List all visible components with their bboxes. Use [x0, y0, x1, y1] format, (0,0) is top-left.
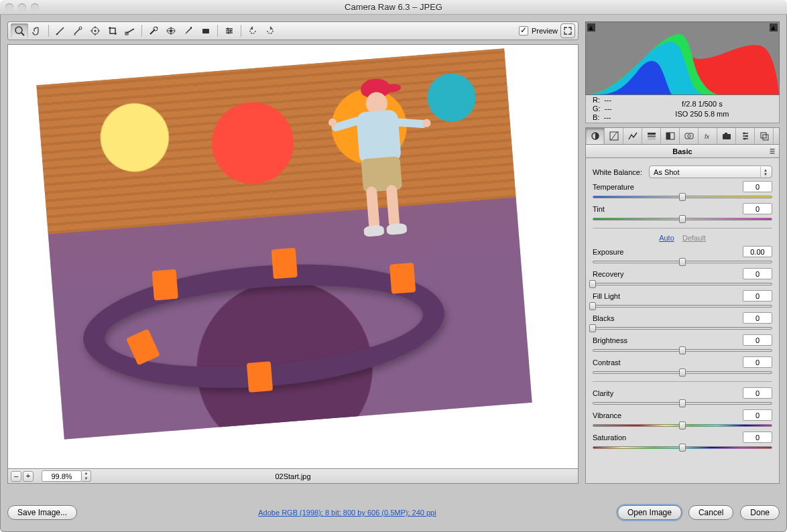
- filllight-slider-row: Fill Light: [593, 290, 772, 310]
- svg-rect-39: [761, 133, 766, 138]
- svg-point-36: [743, 133, 745, 135]
- zoom-value[interactable]: 99.8%: [42, 470, 82, 482]
- contrast-label: Contrast: [593, 358, 621, 367]
- svg-rect-13: [190, 27, 192, 29]
- blacks-label: Blacks: [593, 314, 614, 322]
- panel-menu-icon[interactable]: ☰: [770, 148, 775, 155]
- default-link[interactable]: Default: [682, 234, 706, 242]
- temperature-slider-row: Temperature: [593, 181, 772, 200]
- red-eye-tool-icon[interactable]: [162, 23, 180, 38]
- clarity-slider-row: Clarity: [593, 387, 772, 407]
- contrast-slider[interactable]: [593, 369, 772, 376]
- tab-tone-curve[interactable]: [605, 128, 623, 144]
- svg-line-1: [21, 33, 24, 36]
- saturation-value-input[interactable]: [743, 431, 772, 443]
- preferences-icon[interactable]: [221, 23, 238, 38]
- svg-text:fx: fx: [705, 133, 710, 140]
- brightness-slider-row: Brightness: [593, 334, 772, 354]
- graduated-filter-tool-icon[interactable]: [197, 23, 215, 38]
- filllight-slider[interactable]: [593, 303, 772, 310]
- clarity-slider[interactable]: [593, 400, 772, 407]
- auto-link[interactable]: Auto: [659, 234, 674, 242]
- vibrance-value-input[interactable]: [743, 409, 772, 421]
- adjustment-brush-tool-icon[interactable]: [180, 23, 197, 38]
- targeted-adjustment-tool-icon[interactable]: [86, 23, 104, 38]
- svg-rect-32: [725, 133, 727, 135]
- vibrance-slider[interactable]: [593, 422, 772, 429]
- tint-slider[interactable]: [593, 216, 772, 222]
- saturation-slider[interactable]: [593, 444, 772, 451]
- tool-bar: Preview: [7, 21, 579, 40]
- tint-value-input[interactable]: [743, 203, 772, 214]
- temperature-slider[interactable]: [593, 194, 772, 200]
- exposure-slider-row: Exposure: [593, 246, 772, 265]
- hand-tool-icon[interactable]: [28, 23, 46, 38]
- filename-label: 02Start.jpg: [275, 472, 310, 480]
- zoom-in-button[interactable]: +: [23, 471, 34, 482]
- svg-rect-24: [648, 135, 656, 137]
- spot-removal-tool-icon[interactable]: [145, 23, 162, 38]
- filllight-label: Fill Light: [593, 292, 620, 300]
- window-title: Camera Raw 6.3 – JPEG: [0, 2, 787, 12]
- tab-lens-corrections[interactable]: [680, 128, 699, 144]
- saturation-slider-row: Saturation: [593, 431, 772, 451]
- exposure-slider[interactable]: [593, 259, 772, 265]
- exif-line2: ISO 250 5.8 mm: [632, 109, 772, 119]
- zoom-tool-icon[interactable]: [11, 23, 28, 38]
- temperature-value-input[interactable]: [743, 181, 772, 192]
- histogram[interactable]: ▲ ▲: [585, 21, 780, 95]
- exif-readout: R: --- G: --- B: --- f/2.8 1/500 s ISO 2…: [585, 95, 780, 123]
- panel-title: Basic: [672, 147, 692, 155]
- tab-presets[interactable]: [736, 128, 755, 144]
- exposure-label: Exposure: [593, 248, 623, 256]
- tab-camera-calibration[interactable]: [717, 128, 736, 144]
- tab-hsl[interactable]: [642, 128, 661, 144]
- image-canvas[interactable]: [7, 44, 579, 469]
- blacks-slider-row: Blacks: [593, 312, 772, 332]
- clarity-label: Clarity: [593, 389, 613, 397]
- tab-basic[interactable]: [586, 128, 605, 144]
- saturation-label: Saturation: [593, 434, 626, 442]
- clarity-value-input[interactable]: [743, 387, 772, 399]
- zoom-stepper[interactable]: ▲▼: [82, 470, 91, 482]
- cancel-button[interactable]: Cancel: [688, 505, 733, 520]
- svg-rect-40: [763, 135, 768, 140]
- tab-effects[interactable]: fx: [699, 128, 717, 144]
- svg-point-8: [156, 27, 158, 28]
- svg-point-2: [56, 34, 58, 36]
- svg-rect-19: [230, 30, 231, 32]
- straighten-tool-icon[interactable]: [121, 23, 139, 38]
- tab-split-toning[interactable]: [661, 128, 680, 144]
- svg-point-0: [15, 27, 22, 34]
- done-button[interactable]: Done: [740, 505, 780, 520]
- svg-point-29: [687, 135, 690, 137]
- rotate-cw-icon[interactable]: [261, 23, 279, 38]
- fullscreen-toggle-button[interactable]: [560, 23, 575, 38]
- white-balance-tool-icon[interactable]: [52, 23, 69, 38]
- workflow-options-link[interactable]: Adobe RGB (1998); 8 bit; 800 by 606 (0.5…: [258, 509, 436, 517]
- filllight-value-input[interactable]: [743, 290, 772, 302]
- app-window: Camera Raw 6.3 – JPEG: [0, 0, 787, 532]
- temperature-label: Temperature: [593, 183, 634, 191]
- recovery-slider[interactable]: [593, 281, 772, 287]
- contrast-value-input[interactable]: [743, 356, 772, 368]
- brightness-slider[interactable]: [593, 347, 772, 354]
- open-image-button[interactable]: Open Image: [617, 505, 682, 520]
- tab-detail[interactable]: [623, 128, 642, 144]
- brightness-value-input[interactable]: [743, 334, 772, 346]
- crop-tool-icon[interactable]: [104, 23, 121, 38]
- save-image-button[interactable]: Save Image...: [7, 505, 77, 520]
- rotate-ccw-icon[interactable]: [244, 23, 261, 38]
- preview-checkbox[interactable]: [519, 26, 528, 36]
- exposure-value-input[interactable]: [743, 246, 772, 257]
- zoom-out-button[interactable]: –: [11, 471, 21, 482]
- tab-snapshots[interactable]: [755, 128, 774, 144]
- blacks-slider[interactable]: [593, 325, 772, 332]
- panel-title-bar: Basic ☰: [585, 145, 780, 158]
- vibrance-slider-row: Vibrance: [593, 409, 772, 429]
- white-balance-select[interactable]: As Shot ▲▼: [649, 165, 772, 178]
- svg-point-38: [743, 138, 745, 140]
- recovery-value-input[interactable]: [743, 268, 772, 279]
- color-sampler-tool-icon[interactable]: [69, 23, 86, 38]
- blacks-value-input[interactable]: [743, 312, 772, 324]
